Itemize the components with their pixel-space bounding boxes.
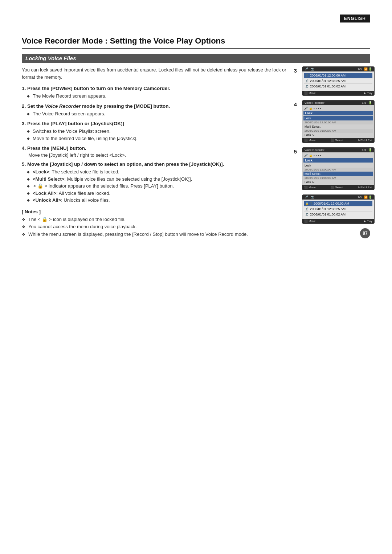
section-title: Voice Recorder Mode : Setting the Voice … xyxy=(22,36,370,49)
screenshot-4-label: 4 xyxy=(294,102,297,107)
screen-6-topbar: 🎤 📷 1/3 📶 🔋 xyxy=(302,195,374,200)
screenshot-3: 3 🎤 📷 1/3 📶 🔋 🎵 2006/01/01 12:00:00 AM 🎵… xyxy=(302,66,370,96)
screen-4-title: Voice Recorder xyxy=(305,101,324,104)
step-2-suffix: mode by pressing the [MODE] button. xyxy=(81,103,170,109)
screen-3-play: ▶ Play xyxy=(364,91,372,95)
step-1-num: 1. xyxy=(22,86,27,91)
page-number: 87 xyxy=(360,228,370,238)
subsection-header: Locking Voice Files xyxy=(22,54,370,63)
step-5-num: 5. xyxy=(22,161,27,167)
step-4-text: Press the [MENU] button. xyxy=(27,145,86,151)
notes-section: [ Notes ] The < 🔒 > icon is displayed on… xyxy=(22,209,287,238)
screen-3-counter: 1/3 📶 🔋 xyxy=(358,67,372,71)
screen-4-move: ⬛ Move xyxy=(304,139,316,142)
note-3: While the menu screen is displayed, pres… xyxy=(22,231,287,238)
screen-5-move: ⬛ Move xyxy=(304,186,316,189)
screen-3-content: 🎵 2006/01/01 12:00:00 AM 🎵 2006/01/01 12… xyxy=(302,71,374,91)
screen-4-voice-2: 2006/01/01 01:00:02 AM xyxy=(303,129,373,133)
content-column: You can lock saved important voice files… xyxy=(22,66,287,238)
screenshots-column: 3 🎤 📷 1/3 📶 🔋 🎵 2006/01/01 12:00:00 AM 🎵… xyxy=(294,66,370,225)
screen-5-menu-multiselect: Multi Select xyxy=(303,172,373,176)
device-screen-4: Voice Recorder 1/3 🔋 🎤🔒•••• Lock Lock 20… xyxy=(302,100,375,143)
screen-6-footer: ⬛ Move ▶ Play xyxy=(302,219,374,223)
step-3: 3. Press the [PLAY] button or [Joystick(… xyxy=(22,121,287,142)
page-container: ENGLISH Voice Recorder Mode : Setting th… xyxy=(0,0,392,260)
screenshot-5: 5 Voice Recorder 1/3 🔋 🎤🔒•••• Lock Lock … xyxy=(302,147,370,190)
step-3-bullet-2: Move to the desired voice file, using th… xyxy=(28,135,287,142)
step-3-bullets: Switches to the Voice Playlist screen. M… xyxy=(22,128,287,142)
step-5-bullet-4: <Lock All>: All voice files are locked. xyxy=(28,190,287,197)
screen-4-footer: ⬛ Move ⬛ Select MENU Exit xyxy=(302,138,374,143)
step-5-bullets: <Lock>: The selected voice file is locke… xyxy=(22,168,287,204)
screen-4-menu-multiselect: Multi Select xyxy=(303,124,373,129)
screen-5-exit: MENU Exit xyxy=(358,186,372,189)
step-2-italic: Voice Recorder xyxy=(45,103,81,109)
step-4: 4. Press the [MENU] button. Move the [Jo… xyxy=(22,145,287,158)
step-3-text: Press the [PLAY] button or [Joystick(OK)… xyxy=(27,121,124,126)
screen-6-move: ⬛ Move xyxy=(304,219,316,223)
screen-4-exit: MENU Exit xyxy=(358,139,372,142)
step-3-bullet-1: Switches to the Voice Playlist screen. xyxy=(28,128,287,135)
step-2-num: 2. xyxy=(22,103,27,109)
screen-5-footer: ⬛ Move ⬛ Select MENU Exit xyxy=(302,185,374,190)
screen-5-title: Voice Recorder xyxy=(305,148,324,152)
screen-3-item-3: 🎵 2006/01/01 01:00:02 AM xyxy=(304,84,372,89)
screen-5-menu-area: 🎤🔒•••• Lock Lock 2006/01/01 12:00:00 AM … xyxy=(302,152,374,185)
step-4-title: 4. Press the [MENU] button. xyxy=(22,145,287,151)
screen-4-select: ⬛ Select xyxy=(331,139,343,142)
screen-5-menu-lockall: Lock All xyxy=(303,180,373,184)
note-2: You cannot access the menu during voice … xyxy=(22,223,287,231)
step-2: 2. Set the Voice Recorder mode by pressi… xyxy=(22,103,287,118)
step-2-bullets: The Voice Record screen appears. xyxy=(22,110,287,118)
step-5: 5. Move the [Joystick] up / down to sele… xyxy=(22,161,287,204)
device-screen-6: 🎤 📷 1/3 📶 🔋 🔒🎵 2006/01/01 12:00:00 AM 🎵 … xyxy=(302,194,375,224)
step-5-title: 5. Move the [Joystick] up / down to sele… xyxy=(22,161,287,167)
screenshot-5-label: 5 xyxy=(294,149,297,155)
screen-5-topbar: Voice Recorder 1/3 🔋 xyxy=(302,148,374,152)
step-5-bullet-5: <Unlock All>: Unlocks all voice files. xyxy=(28,197,287,204)
step-1: 1. Press the [POWER] button to turn on t… xyxy=(22,86,287,100)
screen-5-voice-1: 2006/01/01 12:00:00 AM xyxy=(303,168,373,172)
screen-3-move: ⬛ Move xyxy=(304,91,316,95)
screen-5-menu-title: Lock xyxy=(303,158,373,163)
language-badge: ENGLISH xyxy=(340,15,370,22)
device-screen-3: 🎤 📷 1/3 📶 🔋 🎵 2006/01/01 12:00:00 AM 🎵 2… xyxy=(302,66,375,96)
screen-4-menu-area: 🎤🔒•••• Lock Lock 2006/01/01 12:00:00 AM … xyxy=(302,105,374,138)
step-5-bullet-1: <Lock>: The selected voice file is locke… xyxy=(28,168,287,176)
screen-5-counter: 1/3 🔋 xyxy=(362,148,372,152)
step-1-bullets: The Movie Record screen appears. xyxy=(22,93,287,100)
step-4-subtitle: Move the [Joystick] left / right to sele… xyxy=(22,152,287,158)
note-1: The < 🔒 > icon is displayed on the locke… xyxy=(22,216,287,223)
screen-5-menu-lock: Lock xyxy=(303,163,373,168)
main-layout: You can lock saved important voice files… xyxy=(22,66,370,238)
step-5-bullet-2: <Multi Select>: Multiple voice files can… xyxy=(28,176,287,183)
screenshot-6: 🎤 📷 1/3 📶 🔋 🔒🎵 2006/01/01 12:00:00 AM 🎵 … xyxy=(302,194,370,224)
notes-title: [ Notes ] xyxy=(22,209,287,214)
screen-4-counter: 1/3 🔋 xyxy=(362,101,372,104)
step-1-title: 1. Press the [POWER] button to turn on t… xyxy=(22,86,287,91)
screen-5-voice-2: 2006/01/01 01:00:02 AM xyxy=(303,176,373,180)
screen-4-menu-lockall: Lock All xyxy=(303,133,373,137)
screen-3-icon: 🎤 📷 xyxy=(305,67,314,71)
screen-6-counter: 1/3 📶 🔋 xyxy=(358,196,372,199)
screen-6-content: 🔒🎵 2006/01/01 12:00:00 AM 🎵 2006/01/01 1… xyxy=(302,200,374,219)
intro-text: You can lock saved important voice files… xyxy=(22,66,287,81)
step-1-bullet-1: The Movie Record screen appears. xyxy=(28,93,287,100)
step-4-num: 4. xyxy=(22,145,27,151)
notes-list: The < 🔒 > icon is displayed on the locke… xyxy=(22,216,287,238)
step-1-text: Press the [POWER] button to turn on the … xyxy=(27,86,171,91)
screen-5-select: ⬛ Select xyxy=(331,186,343,189)
screen-4-topbar: Voice Recorder 1/3 🔋 xyxy=(302,100,374,105)
step-3-title: 3. Press the [PLAY] button or [Joystick(… xyxy=(22,121,287,126)
screen-6-item-1: 🔒🎵 2006/01/01 12:00:00 AM xyxy=(304,201,372,206)
screenshot-4: 4 Voice Recorder 1/3 🔋 🎤🔒•••• Lock Lock … xyxy=(302,100,370,143)
screen-5-icons: 🎤🔒•••• xyxy=(303,153,373,158)
screen-4-menu-lock: Lock xyxy=(303,116,373,120)
step-5-bullet-3: < 🔒 > indicator appears on the selected … xyxy=(28,182,287,190)
screen-3-topbar: 🎤 📷 1/3 📶 🔋 xyxy=(302,67,374,71)
screen-6-item-3: 🎵 2006/01/01 01:00:02 AM xyxy=(304,212,372,217)
screenshot-3-label: 3 xyxy=(294,68,297,74)
screen-6-play: ▶ Play xyxy=(364,219,372,223)
screen-3-footer: ⬛ Move ▶ Play xyxy=(302,91,374,95)
screen-3-item-1: 🎵 2006/01/01 12:00:00 AM xyxy=(304,73,372,78)
